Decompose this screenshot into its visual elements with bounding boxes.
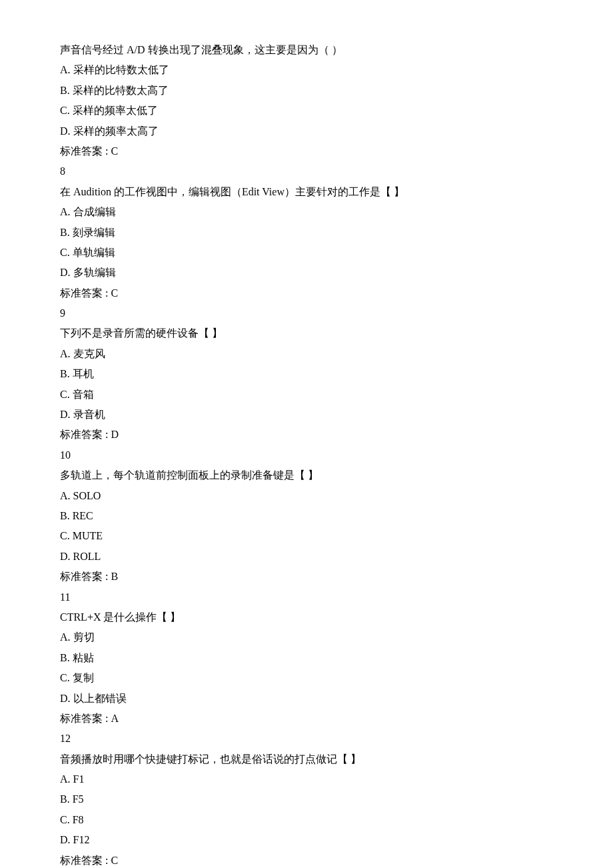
question-stem: 下列不是录音所需的硬件设备【 】: [60, 323, 553, 343]
option-c: C. 复制: [60, 668, 553, 688]
question-block: 11 CTRL+X 是什么操作【 】 A. 剪切 B. 粘贴 C. 复制 D. …: [60, 587, 553, 729]
option-d: D. 多轨编辑: [60, 263, 553, 283]
question-block: 10 多轨道上，每个轨道前控制面板上的录制准备键是【 】 A. SOLO B. …: [60, 445, 553, 587]
question-number: 8: [60, 161, 553, 181]
answer-label: 标准答案 : D: [60, 425, 553, 445]
question-stem: 声音信号经过 A/D 转换出现了混叠现象，这主要是因为（ ）: [60, 40, 553, 60]
question-number: 12: [60, 729, 553, 749]
option-d: D. 录音机: [60, 405, 553, 425]
option-a: A. 剪切: [60, 627, 553, 647]
question-stem: 在 Audition 的工作视图中，编辑视图（Edit View）主要针对的工作…: [60, 182, 553, 202]
document-page: 声音信号经过 A/D 转换出现了混叠现象，这主要是因为（ ） A. 采样的比特数…: [60, 40, 553, 868]
answer-label: 标准答案 : B: [60, 567, 553, 587]
option-b: B. 粘贴: [60, 648, 553, 668]
question-number: 11: [60, 587, 553, 607]
option-b: B. 采样的比特数太高了: [60, 81, 553, 101]
answer-label: 标准答案 : C: [60, 851, 553, 868]
question-block: 声音信号经过 A/D 转换出现了混叠现象，这主要是因为（ ） A. 采样的比特数…: [60, 40, 553, 161]
option-a: A. F1: [60, 769, 553, 789]
option-b: B. 耳机: [60, 364, 553, 384]
option-d: D. F12: [60, 830, 553, 850]
option-d: D. ROLL: [60, 547, 553, 567]
answer-label: 标准答案 : A: [60, 709, 553, 729]
option-b: B. REC: [60, 506, 553, 526]
answer-label: 标准答案 : C: [60, 141, 553, 161]
option-a: A. SOLO: [60, 486, 553, 506]
option-a: A. 麦克风: [60, 344, 553, 364]
option-b: B. F5: [60, 789, 553, 809]
question-number: 10: [60, 445, 553, 465]
question-stem: 音频播放时用哪个快捷键打标记，也就是俗话说的打点做记【 】: [60, 749, 553, 769]
option-d: D. 采样的频率太高了: [60, 121, 553, 141]
option-a: A. 合成编辑: [60, 202, 553, 222]
option-c: C. 采样的频率太低了: [60, 101, 553, 121]
option-c: C. 单轨编辑: [60, 243, 553, 263]
option-a: A. 采样的比特数太低了: [60, 60, 553, 80]
answer-label: 标准答案 : C: [60, 283, 553, 303]
option-c: C. MUTE: [60, 526, 553, 546]
question-block: 12 音频播放时用哪个快捷键打标记，也就是俗话说的打点做记【 】 A. F1 B…: [60, 729, 553, 868]
option-d: D. 以上都错误: [60, 689, 553, 709]
option-b: B. 刻录编辑: [60, 223, 553, 243]
question-number: 9: [60, 303, 553, 323]
question-stem: CTRL+X 是什么操作【 】: [60, 607, 553, 627]
question-stem: 多轨道上，每个轨道前控制面板上的录制准备键是【 】: [60, 465, 553, 485]
option-c: C. 音箱: [60, 385, 553, 405]
question-block: 8 在 Audition 的工作视图中，编辑视图（Edit View）主要针对的…: [60, 161, 553, 303]
question-block: 9 下列不是录音所需的硬件设备【 】 A. 麦克风 B. 耳机 C. 音箱 D.…: [60, 303, 553, 445]
option-c: C. F8: [60, 810, 553, 830]
